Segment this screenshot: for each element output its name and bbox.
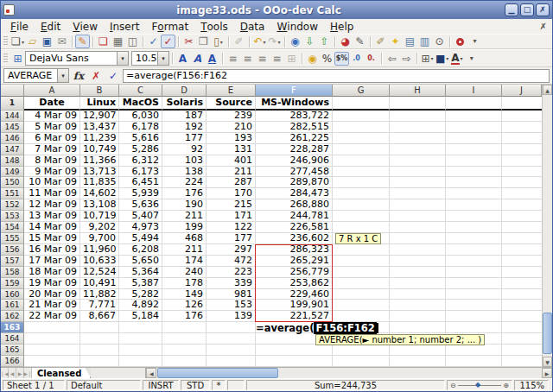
cell[interactable]: 240 bbox=[162, 267, 207, 278]
merge-cells-icon[interactable]: ⊞ bbox=[284, 52, 299, 66]
cell[interactable] bbox=[333, 144, 390, 155]
cell[interactable] bbox=[502, 322, 542, 333]
cell[interactable] bbox=[446, 233, 502, 244]
cell[interactable] bbox=[390, 188, 446, 199]
menu-edit[interactable]: Edit bbox=[35, 19, 67, 34]
cell[interactable]: 286,323 bbox=[256, 244, 333, 256]
cell[interactable]: 18 Mar 09 bbox=[24, 267, 80, 278]
row-header[interactable]: 157 bbox=[1, 256, 24, 267]
column-header-e[interactable]: E bbox=[207, 85, 256, 97]
cell[interactable]: 210 bbox=[207, 122, 256, 133]
first-sheet-icon[interactable]: ❘◀ bbox=[1, 368, 9, 378]
toolbar-gripper[interactable] bbox=[3, 36, 8, 47]
cell[interactable] bbox=[24, 333, 80, 345]
cut-icon[interactable]: ✂ bbox=[181, 35, 196, 48]
cell[interactable]: 139 bbox=[207, 311, 256, 322]
column-header-j[interactable]: J bbox=[502, 85, 542, 97]
percent-icon[interactable]: % bbox=[320, 52, 334, 66]
row-header[interactable]: 155 bbox=[1, 233, 24, 244]
cell[interactable] bbox=[502, 244, 542, 256]
cell[interactable] bbox=[390, 311, 446, 322]
cell[interactable]: 211 bbox=[162, 244, 207, 256]
cell[interactable] bbox=[446, 199, 502, 211]
cell[interactable] bbox=[207, 345, 256, 356]
cell[interactable]: 10,749 bbox=[80, 144, 119, 155]
cell[interactable] bbox=[24, 356, 80, 367]
cell[interactable]: 284,473 bbox=[256, 188, 333, 199]
sheet-tab-cleansed[interactable]: Cleansed bbox=[32, 368, 91, 378]
cell[interactable] bbox=[446, 222, 502, 233]
cell[interactable]: 13,108 bbox=[80, 199, 119, 211]
cell[interactable]: 6,312 bbox=[119, 155, 162, 167]
spellcheck-icon[interactable]: ✓ bbox=[146, 35, 161, 48]
cell[interactable]: 12 Mar 09 bbox=[24, 199, 80, 211]
cell[interactable]: 178 bbox=[162, 278, 207, 289]
menu-view[interactable]: View bbox=[67, 19, 104, 34]
cell[interactable]: 17 Mar 09 bbox=[24, 256, 80, 267]
cell[interactable]: 14,602 bbox=[80, 188, 119, 199]
cell[interactable]: 5,650 bbox=[119, 256, 162, 267]
cell[interactable] bbox=[446, 97, 502, 111]
row-header[interactable]: 151 bbox=[1, 188, 24, 199]
cell[interactable] bbox=[502, 311, 542, 322]
cell[interactable]: 236,602 bbox=[256, 233, 333, 244]
cell[interactable] bbox=[333, 167, 390, 178]
cell[interactable] bbox=[502, 256, 542, 267]
cell[interactable] bbox=[390, 155, 446, 167]
cell[interactable] bbox=[207, 322, 256, 333]
column-header-b[interactable]: B bbox=[80, 85, 119, 97]
font-size-combo[interactable]: 10.5 ▾ bbox=[131, 51, 169, 66]
row-header[interactable]: 159 bbox=[1, 278, 24, 289]
cell[interactable] bbox=[80, 345, 119, 356]
zoom-slider[interactable]: ⊖ ◆ ⊕ bbox=[447, 380, 512, 390]
cell[interactable] bbox=[256, 356, 333, 367]
cell[interactable] bbox=[502, 155, 542, 167]
cell[interactable] bbox=[390, 244, 446, 256]
cell[interactable]: 472 bbox=[207, 256, 256, 267]
cell[interactable]: 221,527 bbox=[256, 311, 333, 322]
cell[interactable] bbox=[333, 300, 390, 311]
cell[interactable]: 5 Mar 09 bbox=[24, 122, 80, 133]
cell[interactable] bbox=[333, 97, 390, 111]
cell[interactable]: 401 bbox=[207, 155, 256, 167]
scroll-left-icon[interactable]: ◀ bbox=[146, 368, 156, 378]
cell[interactable] bbox=[502, 167, 542, 178]
cell[interactable]: 10,719 bbox=[80, 211, 119, 222]
cell[interactable]: 226,581 bbox=[256, 222, 333, 233]
horizontal-scroll-thumb[interactable] bbox=[157, 368, 278, 378]
row-header[interactable]: 160 bbox=[1, 289, 24, 300]
row-header[interactable]: 154 bbox=[1, 222, 24, 233]
cell[interactable]: 339 bbox=[207, 278, 256, 289]
cell[interactable]: 8,667 bbox=[80, 311, 119, 322]
cell[interactable] bbox=[162, 333, 207, 345]
cell[interactable] bbox=[390, 278, 446, 289]
help-icon[interactable] bbox=[453, 35, 467, 48]
cell[interactable] bbox=[446, 256, 502, 267]
column-header-a[interactable]: A bbox=[24, 85, 80, 97]
sum-indicator[interactable]: Sum=244,735 bbox=[246, 380, 445, 390]
cell[interactable]: 20 Mar 09 bbox=[24, 289, 80, 300]
font-color-icon[interactable]: A▾ bbox=[449, 52, 464, 66]
cell[interactable] bbox=[446, 144, 502, 155]
name-box[interactable]: AVERAGE ▾ bbox=[3, 68, 69, 83]
cell[interactable] bbox=[80, 356, 119, 367]
cell[interactable] bbox=[119, 322, 162, 333]
cell[interactable]: 6,208 bbox=[119, 244, 162, 256]
cell[interactable]: 5,616 bbox=[119, 133, 162, 144]
cell[interactable] bbox=[502, 222, 542, 233]
row-header[interactable]: 152 bbox=[1, 199, 24, 211]
menu-help[interactable]: Help bbox=[324, 19, 359, 34]
cell[interactable]: 468 bbox=[162, 233, 207, 244]
cell[interactable] bbox=[502, 233, 542, 244]
maximize-button[interactable]: □ bbox=[520, 3, 534, 16]
cell[interactable]: 153 bbox=[207, 300, 256, 311]
cell[interactable]: 6,451 bbox=[119, 177, 162, 188]
column-header-h[interactable]: H bbox=[390, 85, 446, 97]
copy-icon[interactable]: ❐ bbox=[196, 35, 211, 48]
styles-grid-icon[interactable]: ⊞ bbox=[10, 52, 25, 66]
cell[interactable]: 176 bbox=[162, 311, 207, 322]
cell[interactable]: 13,437 bbox=[80, 122, 119, 133]
cell[interactable]: 9 Mar 09 bbox=[24, 167, 80, 178]
cell[interactable]: 187 bbox=[162, 111, 207, 122]
cell[interactable] bbox=[502, 188, 542, 199]
